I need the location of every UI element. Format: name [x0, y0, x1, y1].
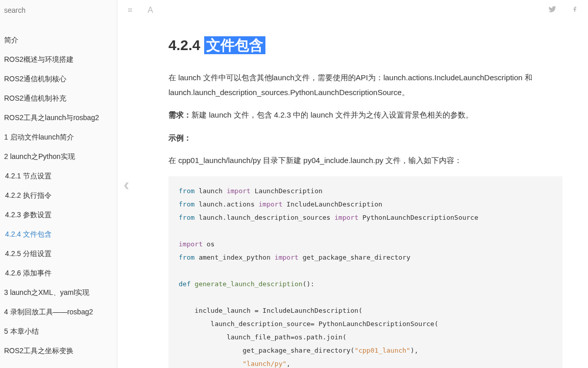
page-title: 4.2.4 文件包含: [168, 36, 562, 55]
nav-item-launch-xml[interactable]: 3 launch之XML、yaml实现: [0, 283, 117, 303]
example-label: 示例：: [168, 131, 562, 146]
requirement-label: 需求：: [168, 110, 191, 119]
title-highlight: 文件包含: [204, 36, 265, 54]
paragraph-requirement: 需求：新建 launch 文件，包含 4.2.3 中的 launch 文件并为之…: [168, 108, 562, 123]
nav-item-rosbag2[interactable]: 4 录制回放工具——rosbag2: [0, 303, 117, 322]
nav-item-425[interactable]: 4.2.5 分组设置: [0, 244, 117, 264]
code-block: from launch import LaunchDescription fro…: [168, 176, 562, 369]
nav-item-ros2-coord[interactable]: ROS2工具之坐标变换: [0, 341, 117, 361]
nav-item-intro[interactable]: 简介: [0, 31, 117, 50]
nav-item-launch-intro[interactable]: 1 启动文件launch简介: [0, 128, 117, 147]
nav-item-423[interactable]: 4.2.3 参数设置: [0, 205, 117, 225]
nav-list: 简介 ROS2概述与环境搭建 ROS2通信机制核心 ROS2通信机制补充 ROS…: [0, 20, 117, 361]
paragraph-intro: 在 launch 文件中可以包含其他launch文件，需要使用的API为：lau…: [168, 71, 562, 100]
main-content: ≡ A ‹ 4.2.4 文件包含 在 launch 文件中可以包含其他launc…: [117, 0, 588, 368]
nav-item-422[interactable]: 4.2.2 执行指令: [0, 186, 117, 205]
requirement-text: 新建 launch 文件，包含 4.2.3 中的 launch 文件并为之传入设…: [191, 110, 473, 119]
topbar: ≡ A: [117, 0, 588, 20]
nav-item-summary[interactable]: 5 本章小结: [0, 322, 117, 341]
nav-item-ros2-overview[interactable]: ROS2概述与环境搭建: [0, 50, 117, 70]
hamburger-icon[interactable]: ≡: [128, 6, 132, 15]
nav-item-421[interactable]: 4.2.1 节点设置: [0, 167, 117, 186]
nav-item-ros2-tools-launch[interactable]: ROS2工具之launch与rosbag2: [0, 108, 117, 128]
nav-item-424[interactable]: 4.2.4 文件包含: [0, 225, 117, 244]
nav-item-launch-python[interactable]: 2 launch之Python实现: [0, 147, 117, 167]
facebook-icon[interactable]: [572, 5, 578, 15]
nav-item-ros2-comm-core[interactable]: ROS2通信机制核心: [0, 70, 117, 89]
search-input[interactable]: [0, 0, 117, 20]
font-icon[interactable]: A: [148, 6, 153, 15]
twitter-icon[interactable]: [548, 5, 556, 15]
paragraph-instruction: 在 cpp01_launch/launch/py 目录下新建 py04_incl…: [168, 153, 562, 168]
nav-item-ros2-comm-supp[interactable]: ROS2通信机制补充: [0, 89, 117, 108]
nav-item-426[interactable]: 4.2.6 添加事件: [0, 264, 117, 283]
title-prefix: 4.2.4: [168, 37, 204, 53]
sidebar: 简介 ROS2概述与环境搭建 ROS2通信机制核心 ROS2通信机制补充 ROS…: [0, 0, 117, 368]
article-content: 4.2.4 文件包含 在 launch 文件中可以包含其他launch文件，需要…: [117, 20, 588, 368]
